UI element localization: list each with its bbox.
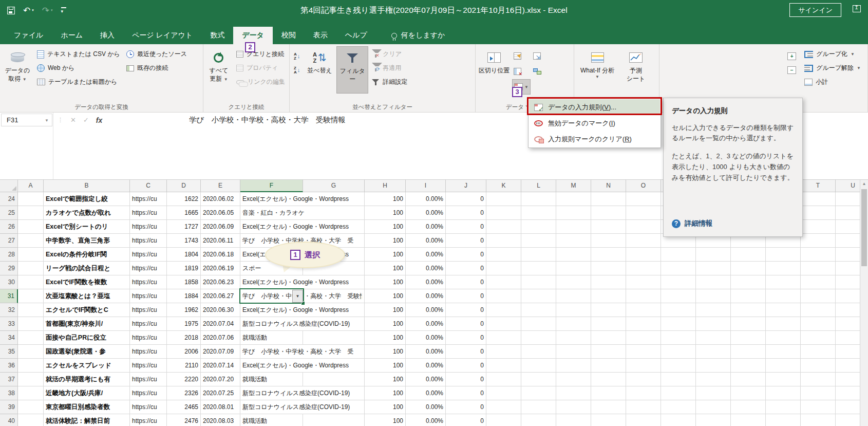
- row-header[interactable]: 32: [0, 303, 18, 317]
- empty-cells[interactable]: [486, 373, 868, 386]
- cell-percent[interactable]: 0.00%: [406, 359, 446, 373]
- cell-url[interactable]: https://cu: [130, 262, 167, 275]
- cell-percent[interactable]: 0.00%: [406, 317, 446, 331]
- cell-j[interactable]: 0: [446, 386, 486, 400]
- cell-url[interactable]: https://cu: [130, 289, 167, 303]
- column-header[interactable]: J: [446, 180, 486, 192]
- row-header[interactable]: 25: [0, 206, 18, 220]
- cell-a[interactable]: [18, 289, 44, 303]
- existing-connections-button[interactable]: 既存の接続: [124, 61, 190, 75]
- cell-number[interactable]: 2465: [167, 400, 201, 414]
- row-header[interactable]: 29: [0, 262, 18, 275]
- empty-cells[interactable]: [486, 262, 868, 275]
- cell-h[interactable]: 100: [365, 331, 406, 345]
- cell-h[interactable]: 100: [365, 400, 406, 414]
- cell-number[interactable]: 1962: [167, 303, 201, 317]
- empty-cells[interactable]: [486, 317, 868, 331]
- cell-title[interactable]: カラオケで点数が取れ: [44, 206, 130, 220]
- cell-title[interactable]: Excelで範囲指定し絞: [44, 192, 130, 206]
- cell-h[interactable]: 100: [365, 386, 406, 400]
- cell-a[interactable]: [18, 400, 44, 414]
- cell-percent[interactable]: 0.00%: [406, 400, 446, 414]
- from-text-csv-button[interactable]: テキストまたは CSV から: [34, 47, 123, 61]
- cell-percent[interactable]: 0.00%: [406, 275, 446, 289]
- column-header[interactable]: I: [406, 180, 446, 192]
- cell-url[interactable]: https://cu: [130, 248, 167, 262]
- column-header[interactable]: H: [365, 180, 406, 192]
- cell-h[interactable]: 100: [365, 317, 406, 331]
- cell-h[interactable]: 100: [365, 262, 406, 275]
- column-header[interactable]: L: [521, 180, 556, 192]
- empty-cells[interactable]: [486, 303, 868, 317]
- column-header[interactable]: A: [18, 180, 44, 192]
- tell-me-search[interactable]: 何をしますか: [383, 27, 454, 44]
- cell-date[interactable]: 2020.07.04: [201, 317, 240, 331]
- cell-date[interactable]: 2020.07.25: [201, 386, 240, 400]
- cell-percent[interactable]: 0.00%: [406, 234, 446, 248]
- column-header[interactable]: E: [201, 180, 240, 192]
- relationships-button[interactable]: [532, 64, 543, 79]
- cell-url[interactable]: https://cu: [130, 359, 167, 373]
- tab-review[interactable]: 校閲: [273, 27, 305, 44]
- cell-percent[interactable]: 0.00%: [406, 373, 446, 386]
- column-header[interactable]: F: [240, 180, 303, 192]
- cell-title[interactable]: 中学数学、直角三角形: [44, 234, 130, 248]
- cell-a[interactable]: [18, 414, 44, 426]
- cell-a[interactable]: [18, 331, 44, 345]
- cell-url[interactable]: https://cu: [130, 373, 167, 386]
- clear-filter-button[interactable]: クリア: [369, 47, 410, 61]
- cell-a[interactable]: [18, 373, 44, 386]
- cell-a[interactable]: [18, 359, 44, 373]
- show-detail-button[interactable]: +: [786, 49, 798, 63]
- cell-number[interactable]: 2326: [167, 386, 201, 400]
- cell-date[interactable]: 2020.08.03: [201, 414, 240, 426]
- cell-j[interactable]: 0: [446, 359, 486, 373]
- cell-number[interactable]: 1884: [167, 289, 201, 303]
- cell-percent[interactable]: 0.00%: [406, 414, 446, 426]
- validation-list-dropdown-button[interactable]: ▼: [292, 290, 303, 303]
- cell-h[interactable]: 100: [365, 359, 406, 373]
- cell-category[interactable]: Excel(エクセル)・Google・Wordpress: [240, 192, 365, 206]
- reapply-button[interactable]: 再適用: [369, 61, 410, 75]
- cell-j[interactable]: 0: [446, 248, 486, 262]
- cell-a[interactable]: [18, 206, 44, 220]
- cell-j[interactable]: 0: [446, 289, 486, 303]
- cell-percent[interactable]: 0.00%: [406, 331, 446, 345]
- cell-j[interactable]: 0: [446, 262, 486, 275]
- get-data-button[interactable]: データの 取得 ▼: [2, 46, 33, 94]
- cell-h[interactable]: 100: [365, 373, 406, 386]
- cell-date[interactable]: 2020.06.05: [201, 206, 240, 220]
- column-header[interactable]: C: [130, 180, 167, 192]
- cell-title[interactable]: Excelの条件分岐IF関: [44, 248, 130, 262]
- cell-url[interactable]: https://cu: [130, 220, 167, 234]
- row-header[interactable]: 36: [0, 359, 18, 373]
- cell-h[interactable]: 100: [365, 220, 406, 234]
- save-button[interactable]: [7, 7, 15, 14]
- flash-fill-button[interactable]: [512, 48, 531, 64]
- ungroup-button[interactable]: グループ解除▼: [802, 61, 863, 75]
- column-header[interactable]: T: [801, 180, 836, 192]
- cell-j[interactable]: 0: [446, 345, 486, 359]
- column-header[interactable]: K: [486, 180, 521, 192]
- cell-number[interactable]: 1975: [167, 317, 201, 331]
- cell-a[interactable]: [18, 262, 44, 275]
- tab-page-layout[interactable]: ページ レイアウト: [123, 27, 201, 44]
- cell-date[interactable]: 2020.08.01: [201, 400, 240, 414]
- cell-number[interactable]: 1727: [167, 220, 201, 234]
- cell-number[interactable]: 1665: [167, 206, 201, 220]
- cell-date[interactable]: 2020.06.23: [201, 275, 240, 289]
- cell-title[interactable]: 東京都曜日別感染者数: [44, 400, 130, 414]
- cell-j[interactable]: 0: [446, 414, 486, 426]
- cell-a[interactable]: [18, 220, 44, 234]
- column-header[interactable]: N: [591, 180, 626, 192]
- cell-h[interactable]: 100: [365, 234, 406, 248]
- empty-cells[interactable]: [486, 248, 868, 262]
- cell-a[interactable]: [18, 345, 44, 359]
- advanced-filter-button[interactable]: 詳細設定: [369, 75, 410, 89]
- column-header[interactable]: O: [626, 180, 661, 192]
- group-button[interactable]: グループ化▼: [802, 47, 863, 61]
- cell-title[interactable]: 首都圏(東京/神奈川/: [44, 317, 130, 331]
- cell-j[interactable]: 0: [446, 192, 486, 206]
- from-table-range-button[interactable]: テーブルまたは範囲から: [34, 75, 123, 89]
- row-header[interactable]: 35: [0, 345, 18, 359]
